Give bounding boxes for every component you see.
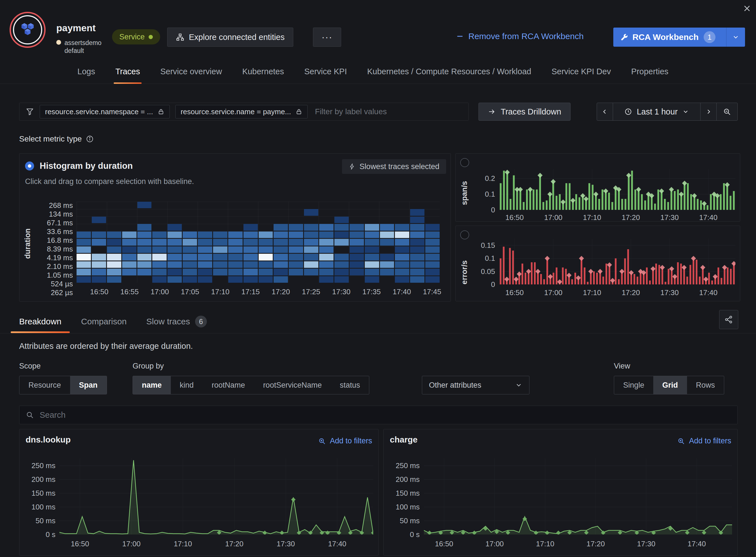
chevron-down-icon (515, 381, 523, 389)
heatmap-cell (152, 261, 167, 268)
group-by-rootname[interactable]: rootName (203, 376, 254, 394)
filter-chip[interactable]: resource.service.name = payme... (175, 105, 308, 118)
heatmap-cell (213, 246, 227, 253)
axis-tick: 16:50 (71, 539, 89, 548)
histogram-radio[interactable] (25, 162, 34, 171)
time-shift-back-button[interactable] (597, 103, 613, 120)
zoom-in-plus-icon (677, 437, 685, 445)
add-to-filters-link[interactable]: Add to filters (318, 437, 372, 445)
heatmap-cell (244, 254, 258, 260)
heatmap-cell (92, 209, 106, 215)
heatmap-cell (228, 239, 243, 245)
heatmap-cell (410, 202, 424, 208)
tab-breakdown[interactable]: Breakdown (19, 310, 61, 333)
heatmap-cell (183, 261, 197, 268)
share-icon (724, 315, 733, 324)
heatmap-cell (107, 232, 121, 238)
group-by-status[interactable]: status (331, 376, 369, 394)
heatmap-cell (365, 209, 379, 215)
close-icon[interactable] (741, 3, 753, 14)
heatmap-cell (213, 209, 227, 215)
histogram-subtitle: Click and drag to compare selection with… (25, 177, 194, 186)
heatmap-cell (152, 254, 167, 260)
axis-tick: 17:05 (181, 288, 199, 296)
group-by-rootservicename[interactable]: rootServiceName (254, 376, 331, 394)
tab-comparison[interactable]: Comparison (81, 310, 127, 333)
filter-label-values-input[interactable]: Filter by label values (315, 107, 387, 116)
heatmap-cell (274, 232, 288, 238)
heatmap-cell (198, 254, 212, 260)
scope-span[interactable]: Span (70, 376, 107, 394)
span-rate-radio[interactable] (460, 158, 469, 167)
charge-chart (424, 458, 732, 534)
heatmap-row-label: 2.10 ms (31, 262, 73, 271)
tab-logs[interactable]: Logs (77, 60, 95, 84)
search-input[interactable] (39, 410, 731, 420)
view-grid[interactable]: Grid (653, 376, 687, 394)
heatmap-cell (274, 216, 288, 223)
heatmap-cell (410, 239, 424, 245)
axis-tick: 0.1 (485, 254, 495, 263)
heatmap-cell (410, 276, 424, 283)
explore-connected-entities-button[interactable]: Explore connected entities (167, 28, 293, 47)
tab-service-kpi-dev[interactable]: Service KPI Dev (551, 60, 611, 84)
tab-properties[interactable]: Properties (631, 60, 669, 84)
add-to-filters-link[interactable]: Add to filters (677, 437, 731, 445)
heatmap-cell (244, 224, 258, 230)
time-range-button[interactable]: Last 1 hour (613, 103, 700, 120)
tab-kubernetes[interactable]: Kubernetes (242, 60, 284, 84)
tab-traces[interactable]: Traces (115, 60, 140, 84)
axis-tick: 16:50 (435, 539, 453, 548)
chevron-down-icon[interactable] (726, 33, 745, 41)
filter-chip[interactable]: resource.service.namespace = ... (40, 105, 170, 118)
group-by-kind[interactable]: kind (171, 376, 203, 394)
remove-from-workbench-link[interactable]: Remove from RCA Workbench (456, 31, 584, 41)
heatmap-cell (410, 269, 424, 275)
error-rate-radio[interactable] (460, 230, 469, 239)
heatmap-cell (349, 239, 364, 245)
heatmap-cell (137, 224, 152, 230)
heatmap-cell (183, 232, 197, 238)
heatmap-cell (319, 276, 334, 283)
info-icon (86, 135, 94, 143)
heatmap-cell (349, 276, 364, 283)
service-entity-icon[interactable] (9, 12, 46, 48)
arrow-right-icon (488, 108, 496, 116)
more-actions-button[interactable]: ··· (313, 28, 341, 47)
traces-drilldown-button[interactable]: Traces Drilldown (478, 103, 570, 121)
share-button[interactable] (719, 310, 738, 329)
group-by-name[interactable]: name (133, 376, 171, 394)
heatmap-cell (122, 269, 137, 275)
axis-tick: 17:00 (485, 539, 504, 548)
time-zoom-out-button[interactable] (716, 103, 737, 120)
heatmap-cell (228, 202, 243, 208)
tab-service-kpi[interactable]: Service KPI (304, 60, 347, 84)
duration-heatmap[interactable] (77, 202, 440, 283)
search-bar (19, 406, 738, 424)
heatmap-cell (198, 232, 212, 238)
tab-service-overview[interactable]: Service overview (160, 60, 222, 84)
heatmap-cell (92, 224, 106, 230)
heatmap-cell (395, 216, 409, 223)
attribute-panel-charge: charge Add to filters 0 s50 ms100 ms150 … (383, 429, 738, 556)
tab-kubernetes-compute-resources-workload[interactable]: Kubernetes / Compute Resources / Workloa… (367, 60, 531, 84)
axis-tick: 17:20 (587, 539, 605, 548)
view-rows[interactable]: Rows (687, 376, 724, 394)
scope-resource[interactable]: Resource (20, 376, 70, 394)
axis-tick: 100 ms (31, 503, 55, 511)
axis-tick: 50 ms (400, 517, 420, 525)
tab-slow-traces[interactable]: Slow traces6 (146, 310, 207, 333)
time-shift-forward-button[interactable] (700, 103, 716, 120)
heatmap-cell (137, 276, 152, 283)
heatmap-cell (289, 246, 303, 253)
heatmap-cell (259, 261, 273, 268)
heatmap-cell (410, 246, 424, 253)
heatmap-cell (410, 209, 424, 215)
axis-tick: 17:30 (332, 288, 351, 296)
heatmap-cell (380, 246, 394, 253)
heatmap-cell (244, 246, 258, 253)
rca-workbench-button[interactable]: RCA Workbench 1 (613, 28, 745, 47)
other-attributes-select[interactable]: Other attributes (422, 376, 529, 394)
heatmap-cell (244, 216, 258, 223)
view-single[interactable]: Single (614, 376, 653, 394)
